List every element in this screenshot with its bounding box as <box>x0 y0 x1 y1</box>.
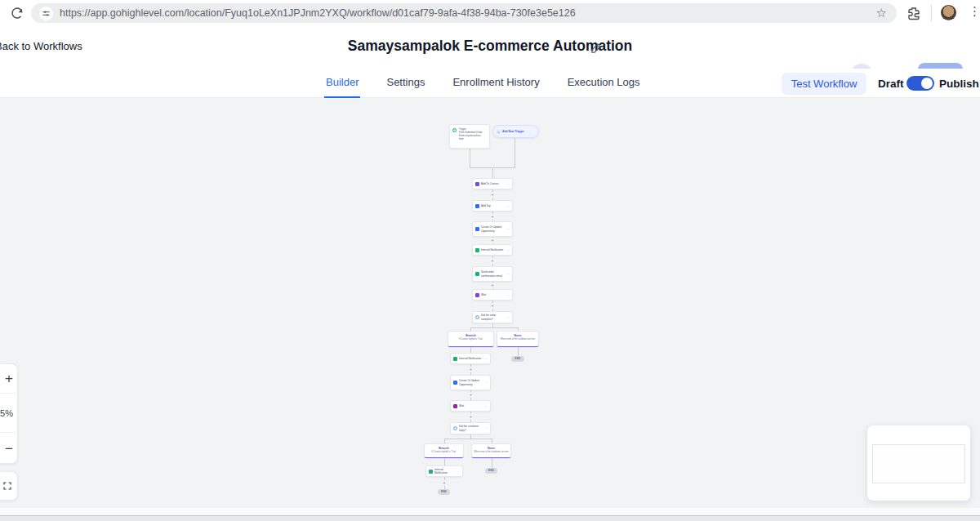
action-icon <box>475 204 479 208</box>
connector <box>492 458 492 468</box>
node-label: Add To Contact <box>481 182 505 185</box>
node-if-order-complete[interactable]: Did the order complete? ⋯ <box>472 311 513 323</box>
add-action-icon[interactable]: + <box>490 303 496 309</box>
address-bar[interactable]: https://app.gohighlevel.com/location/Fyu… <box>31 3 897 23</box>
connector <box>470 347 471 353</box>
plus-icon: + <box>497 130 501 134</box>
connector <box>444 458 445 465</box>
node-label: Internal Notification <box>481 248 505 252</box>
add-new-trigger-button[interactable]: + Add New Trigger <box>492 125 539 138</box>
minimap-viewport <box>872 444 965 483</box>
tab-execution-logs[interactable]: Execution Logs <box>566 69 642 98</box>
node-menu-icon[interactable]: ⋯ <box>506 315 510 319</box>
add-action-icon[interactable]: + <box>490 192 496 198</box>
publish-toggle[interactable] <box>906 76 934 91</box>
connector <box>444 439 492 439</box>
add-action-icon[interactable]: + <box>490 214 496 220</box>
node-menu-icon[interactable]: ⋯ <box>506 272 510 276</box>
zoom-level: 25% <box>0 394 19 433</box>
branch-card-none[interactable]: None When none of the conditions are met <box>497 331 539 347</box>
node-wait[interactable]: Wait ⋯ <box>472 289 513 301</box>
add-action-icon[interactable]: + <box>468 367 474 372</box>
end-pill: END <box>511 356 524 362</box>
action-icon <box>475 227 479 231</box>
end-pill: END <box>438 489 450 495</box>
trigger-icon <box>452 128 457 132</box>
node-create-opportunity[interactable]: Create Or Update Opportunity ⋯ <box>450 375 491 390</box>
browser-menu-icon[interactable]: ⋮ <box>969 4 980 19</box>
branch-subtitle: If 'Contact replied' is 'True' <box>425 451 463 453</box>
extensions-icon[interactable] <box>906 6 921 20</box>
node-menu-icon[interactable]: ⋯ <box>506 182 510 186</box>
node-internal-notification[interactable]: Internal Notification ⋯ <box>472 244 513 256</box>
node-internal-notification[interactable]: Internal Notification ⋯ <box>450 353 491 364</box>
zoom-out-button[interactable]: − <box>0 433 19 465</box>
connector <box>470 327 518 328</box>
action-icon <box>475 272 479 276</box>
action-icon <box>453 404 457 408</box>
node-label: Internal Notification <box>459 357 483 360</box>
add-action-icon[interactable]: + <box>490 283 496 288</box>
reload-icon[interactable] <box>10 6 24 20</box>
fit-view-button[interactable] <box>0 471 18 501</box>
branch-card-true[interactable]: Branch If Contact replied is 'True' <box>448 331 494 347</box>
node-confirmation-email[interactable]: Send order confirmation email ⋯ <box>472 266 513 282</box>
add-action-icon[interactable]: + <box>468 392 474 398</box>
node-label: Wait <box>481 293 505 296</box>
node-menu-icon[interactable]: ⋯ <box>506 293 510 297</box>
branch-subtitle: When none of the conditions are met <box>497 338 538 341</box>
add-action-icon[interactable]: + <box>442 480 448 486</box>
action-icon <box>429 470 433 474</box>
tab-builder[interactable]: Builder <box>324 69 360 98</box>
minimap[interactable] <box>867 425 970 501</box>
node-menu-icon[interactable]: ⋯ <box>484 426 488 430</box>
node-menu-icon[interactable]: ⋯ <box>506 248 510 252</box>
node-wait[interactable]: Wait ⋯ <box>450 400 491 412</box>
tab-bar: Builder Settings Enrollment History Exec… <box>0 69 980 98</box>
test-workflow-button[interactable]: Test Workflow <box>782 73 866 95</box>
node-internal-notification[interactable]: Internal Notification ⋯ <box>425 465 463 477</box>
zoom-in-button[interactable]: + <box>0 364 19 394</box>
edit-title-icon[interactable] <box>590 42 603 54</box>
branch-card-true[interactable]: Branch If 'Contact replied' is 'True' <box>424 443 464 458</box>
node-menu-icon[interactable]: ⋯ <box>457 470 460 474</box>
site-info-icon[interactable] <box>39 7 53 20</box>
node-label: Add Tag <box>481 204 505 207</box>
node-menu-icon[interactable]: ⋯ <box>484 381 488 385</box>
action-icon <box>475 293 479 297</box>
node-menu-icon[interactable]: ⋯ <box>484 404 488 408</box>
draft-label: Draft <box>878 78 904 90</box>
add-action-icon[interactable]: + <box>468 414 474 420</box>
trigger-node[interactable]: Trigger: Form Submitted (Order Form resp… <box>449 124 490 149</box>
node-label: Wait <box>459 404 483 407</box>
window-bottom-bar <box>0 515 980 521</box>
node-menu-icon[interactable]: ⋯ <box>506 204 510 208</box>
tab-settings[interactable]: Settings <box>385 69 426 98</box>
connector <box>470 149 470 167</box>
node-menu-icon[interactable]: ⋯ <box>506 227 510 231</box>
node-add-tag[interactable]: Add Tag ⋯ <box>472 200 513 212</box>
node-create-opportunity[interactable]: Create Or Update Opportunity ⋯ <box>472 221 513 237</box>
add-new-trigger-label: Add New Trigger <box>502 130 524 133</box>
connector <box>514 138 515 167</box>
action-icon <box>475 248 479 252</box>
browser-profile-avatar[interactable] <box>941 5 956 20</box>
trigger-line: form <box>459 137 487 140</box>
action-icon <box>453 357 457 361</box>
ghl-workflow-builder: https://app.gohighlevel.com/location/Fyu… <box>0 0 980 521</box>
node-menu-icon[interactable]: ⋯ <box>484 357 488 361</box>
branch-card-none[interactable]: None When none of the conditions are met <box>471 443 511 458</box>
add-action-icon[interactable]: + <box>490 258 496 264</box>
if-condition-icon <box>453 426 457 430</box>
branch-title: Branch <box>448 334 493 337</box>
branch-title: None <box>497 334 538 337</box>
bookmark-star-icon[interactable]: ☆ <box>876 6 887 20</box>
url-text: https://app.gohighlevel.com/location/Fyu… <box>60 7 576 19</box>
node-label: Did the order complete? <box>481 314 505 320</box>
tab-enrollment-history[interactable]: Enrollment History <box>451 69 541 98</box>
add-action-icon[interactable]: + <box>490 238 496 243</box>
zoom-panel: + 25% − <box>0 363 18 464</box>
node-if-customer-reply[interactable]: Did the customer reply? ⋯ <box>450 422 491 434</box>
node-add-to-contact[interactable]: Add To Contact ⋯ <box>472 178 513 189</box>
publish-label: Publish <box>939 78 979 90</box>
